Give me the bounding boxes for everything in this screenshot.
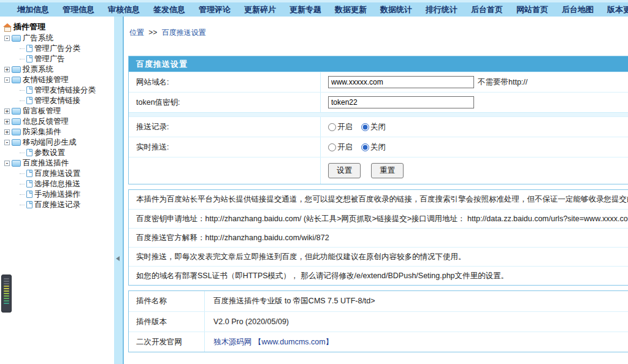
tree-collapse-icon[interactable] bbox=[4, 140, 10, 145]
tree-item-baidu-push-plugin[interactable]: 百度推送插件 bbox=[4, 158, 114, 168]
tree-item-manage-links[interactable]: 管理友情链接 bbox=[20, 96, 114, 105]
tree-item-manual-push[interactable]: 手动推送操作 bbox=[20, 189, 114, 199]
domain-note: 不需要带http:// bbox=[478, 77, 527, 88]
tree-item-manage-ads[interactable]: 管理广告 bbox=[20, 54, 114, 64]
domain-input[interactable] bbox=[328, 76, 474, 88]
tree-item-manage-ad-category[interactable]: 管理广告分类 bbox=[20, 44, 114, 53]
plugin-tree-sidebar: 插件管理 广告系统 管理广告分类 管理广告 投票系统 友情链接管理 bbox=[0, 17, 114, 364]
reset-button[interactable]: 重置 bbox=[371, 163, 404, 178]
tree-expand-icon[interactable] bbox=[4, 129, 10, 135]
folder-icon bbox=[12, 77, 21, 83]
tree-collapse-icon[interactable] bbox=[4, 161, 10, 166]
save-button[interactable]: 设置 bbox=[328, 163, 361, 178]
buttons-label-spacer bbox=[129, 157, 321, 184]
page-icon bbox=[26, 97, 33, 104]
about-row-version: 插件版本 V2.0 Pro (2020/05/09) bbox=[129, 311, 628, 332]
tree-collapse-icon[interactable] bbox=[4, 36, 10, 41]
tree-expand-icon[interactable] bbox=[4, 119, 10, 124]
tree-item-select-info-push[interactable]: 选择信息推送 bbox=[20, 179, 114, 189]
folder-icon bbox=[12, 66, 21, 73]
floating-meter-widget[interactable] bbox=[1, 275, 12, 313]
help-row-realtime-note: 实时推送，即每次发表完文章后立即推送到百度，但此功能仅建议在原创内容较多的情况下… bbox=[129, 247, 628, 266]
nav-item-site-home[interactable]: 网站首页 bbox=[516, 4, 548, 15]
realtime-on-label: 开启 bbox=[337, 142, 353, 153]
push-log-off-radio[interactable] bbox=[361, 123, 369, 131]
tree-root-plugin-management[interactable]: 插件管理 bbox=[3, 22, 114, 32]
nav-item-sign-info[interactable]: 签发信息 bbox=[153, 4, 185, 15]
realtime-off-radio[interactable] bbox=[361, 143, 369, 151]
tree-item-feedback[interactable]: 信息反馈管理 bbox=[4, 116, 114, 126]
nav-item-manage-comments[interactable]: 管理评论 bbox=[199, 4, 231, 15]
token-input[interactable] bbox=[328, 96, 474, 108]
nav-item-admin-map[interactable]: 后台地图 bbox=[562, 4, 594, 15]
tree-item-anti-collect[interactable]: 防采集插件 bbox=[4, 127, 114, 137]
page-icon bbox=[26, 149, 33, 156]
plugin-about-panel: 插件名称 百度推送插件专业版 to 帝国CMS 7.5 UTF-8/td> 插件… bbox=[128, 290, 628, 352]
tree-connector bbox=[20, 173, 25, 174]
tree-item-vote-system[interactable]: 投票系统 bbox=[4, 64, 114, 74]
nav-item-version-update[interactable]: 版本更新 bbox=[607, 4, 628, 15]
nav-item-manage-info[interactable]: 管理信息 bbox=[63, 4, 94, 15]
main-layout: 插件管理 广告系统 管理广告分类 管理广告 投票系统 友情链接管理 bbox=[0, 17, 628, 364]
nav-item-review-info[interactable]: 审核信息 bbox=[108, 4, 140, 15]
tree-connector bbox=[20, 48, 25, 49]
realtime-on-radio[interactable] bbox=[328, 143, 336, 151]
form-row-domain: 网站域名: 不需要带http:// bbox=[129, 72, 628, 92]
nav-item-data-stats[interactable]: 数据统计 bbox=[380, 4, 412, 15]
page-icon bbox=[26, 170, 33, 177]
nav-item-add-info[interactable]: 增加信息 bbox=[17, 4, 49, 15]
folder-icon bbox=[12, 35, 21, 42]
tree-item-guestbook[interactable]: 留言板管理 bbox=[4, 106, 114, 116]
breadcrumb: 位置 >> 百度推送设置 bbox=[129, 28, 628, 38]
tree-item-manage-link-category[interactable]: 管理友情链接分类 bbox=[20, 85, 114, 95]
tree-item-baidu-push-settings[interactable]: 百度推送设置 bbox=[20, 169, 114, 178]
nav-item-ranking-stats[interactable]: 排行统计 bbox=[426, 4, 458, 15]
push-log-off-label: 关闭 bbox=[370, 122, 386, 132]
tree-item-mobile-sync[interactable]: 移动端同步生成 bbox=[4, 137, 114, 147]
nav-item-update-topics[interactable]: 更新专题 bbox=[289, 4, 321, 15]
tree-expand-icon[interactable] bbox=[4, 108, 10, 114]
tree-item-links-management[interactable]: 友情链接管理 bbox=[4, 75, 114, 85]
push-log-label: 推送记录: bbox=[129, 117, 321, 137]
realtime-off-label: 关闭 bbox=[370, 142, 386, 153]
tree-connector bbox=[20, 90, 25, 91]
page-icon bbox=[26, 201, 33, 208]
tree-item-param-settings[interactable]: 参数设置 bbox=[20, 148, 114, 157]
push-log-on-radio[interactable] bbox=[328, 123, 336, 131]
help-row-ssl-note: 如您的域名有部署SSL证书（即HTTPS模式）， 那么请记得修改/e/exten… bbox=[129, 266, 628, 285]
tree-item-label: 百度推送插件 bbox=[23, 158, 69, 169]
breadcrumb-location-link[interactable]: 位置 bbox=[129, 28, 144, 37]
top-nav-bar: 增加信息 管理信息 审核信息 签发信息 管理评论 更新碎片 更新专题 数据更新 … bbox=[0, 0, 628, 17]
plugin-version-label: 插件版本 bbox=[129, 312, 205, 332]
help-row-intro: 本插件为百度站长平台为站长提供链接提交通道，您可以提交想被百度收录的链接，百度搜… bbox=[129, 190, 628, 209]
sidebar-splitter[interactable] bbox=[114, 17, 123, 364]
form-row-token: token值密钥: bbox=[129, 92, 628, 112]
tree-connector bbox=[20, 205, 25, 205]
nav-item-data-update[interactable]: 数据更新 bbox=[335, 4, 367, 15]
nav-item-admin-home[interactable]: 后台首页 bbox=[471, 4, 503, 15]
form-row-realtime-push: 实时推送: 开启 关闭 bbox=[129, 137, 628, 157]
form-row-push-log: 推送记录: 开启 关闭 bbox=[129, 116, 628, 137]
tree-collapse-icon[interactable] bbox=[4, 77, 10, 83]
dev-site-link[interactable]: 独木源码网 【www.dumcms.com】 bbox=[213, 337, 333, 347]
tree-item-baidu-push-log[interactable]: 百度推送记录 bbox=[20, 200, 114, 210]
tree-item-label: 管理友情链接分类 bbox=[34, 85, 96, 96]
panel-title: 百度推送设置 bbox=[129, 56, 628, 72]
push-log-on-label: 开启 bbox=[337, 122, 353, 132]
tree-item-label: 信息反馈管理 bbox=[23, 116, 69, 127]
page-icon bbox=[26, 191, 33, 198]
nav-item-update-fragments[interactable]: 更新碎片 bbox=[244, 4, 276, 15]
tree-item-label: 管理广告 bbox=[34, 54, 65, 64]
tree-item-label: 友情链接管理 bbox=[23, 75, 69, 85]
collapse-arrow-icon[interactable] bbox=[116, 256, 120, 261]
tree-item-label: 防采集插件 bbox=[23, 127, 61, 137]
about-row-name: 插件名称 百度推送插件专业版 to 帝国CMS 7.5 UTF-8/td> bbox=[129, 291, 628, 311]
breadcrumb-page-link[interactable]: 百度推送设置 bbox=[162, 28, 206, 37]
plugin-name-label: 插件名称 bbox=[129, 291, 205, 311]
tree-item-label: 参数设置 bbox=[34, 148, 65, 158]
form-row-buttons: 设置 重置 bbox=[129, 157, 628, 184]
tree-expand-icon[interactable] bbox=[4, 67, 10, 72]
tree-item-ad-system[interactable]: 广告系统 bbox=[4, 33, 114, 43]
tree-item-label: 管理友情链接 bbox=[34, 96, 80, 106]
tree-item-label: 投票系统 bbox=[23, 64, 53, 75]
